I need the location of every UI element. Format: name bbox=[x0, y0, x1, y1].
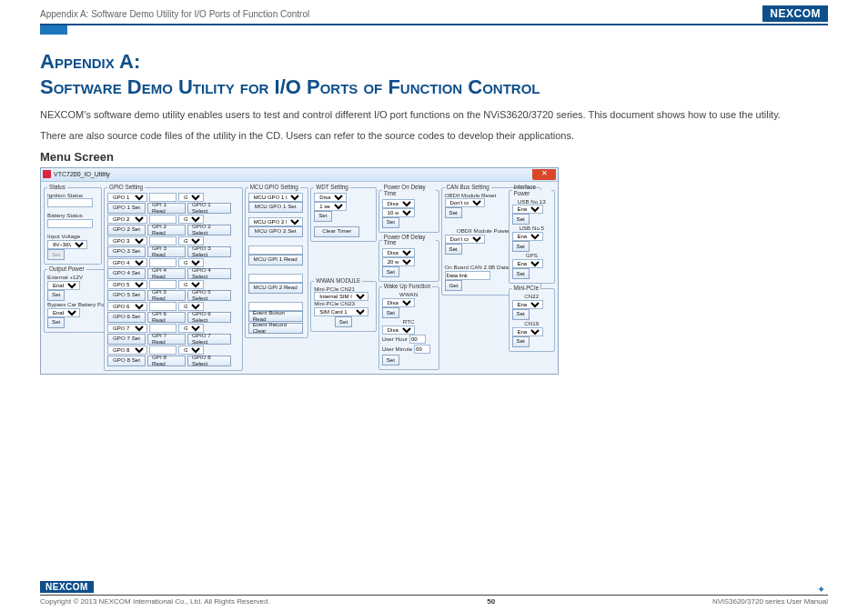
cn22-set-button[interactable]: Set bbox=[512, 309, 530, 320]
external-12v-set-button[interactable]: Set bbox=[47, 290, 65, 301]
gpo-4-select[interactable]: GPO 4 Low bbox=[107, 258, 147, 267]
user-hour-input[interactable] bbox=[409, 335, 426, 344]
mcu-gpi2-field[interactable] bbox=[248, 274, 303, 283]
mcu-gpo2-select[interactable]: MCU GPO 2 Low bbox=[248, 217, 303, 226]
usb13-set-button[interactable]: Set bbox=[512, 214, 530, 225]
gpo-1-set-button[interactable]: GPO 1 Set bbox=[107, 203, 146, 214]
cn23-select[interactable]: SIM Card 1 bbox=[314, 307, 368, 316]
gpio-6-select-button[interactable]: GPIO 6 Select bbox=[187, 312, 231, 323]
power-on-disable-select[interactable]: Disable bbox=[382, 199, 415, 208]
event-record-clear[interactable]: Event Record Clear bbox=[248, 323, 303, 334]
gpio-5-select-button[interactable]: GPIO 5 Select bbox=[187, 290, 231, 301]
gpo-6-set-button[interactable]: GPO 6 Set bbox=[107, 312, 146, 323]
wdt-disable-select[interactable]: Disable bbox=[314, 193, 347, 202]
gpio-8-select-button[interactable]: GPIO 8 Select bbox=[187, 356, 231, 366]
gpi-8-read-button[interactable]: GPI 8 Read bbox=[147, 356, 186, 366]
gpio-2-select-button[interactable]: GPIO 2 Select bbox=[187, 225, 231, 235]
gpo-7-select[interactable]: GPO 7 Low bbox=[107, 324, 147, 333]
bypass-battery-set-button[interactable]: Set bbox=[47, 317, 65, 328]
gpo-3-select[interactable]: GPO 3 Low bbox=[107, 236, 147, 245]
gpio-1-select-button[interactable]: GPIO 1 Select bbox=[187, 203, 231, 214]
wdt-set-button[interactable]: Set bbox=[314, 211, 331, 222]
gps-set-button[interactable]: Set bbox=[512, 268, 530, 279]
wwan-label: WWAN bbox=[382, 292, 436, 298]
cn21-label: Mini-PCIe CN21 bbox=[314, 286, 373, 293]
group-status: Status Ignition Status Battery Status In… bbox=[44, 185, 102, 265]
wwan-wake-select[interactable]: Disable bbox=[382, 298, 415, 307]
usb5-label: USB No.5 bbox=[512, 225, 552, 232]
close-button[interactable]: ✕ bbox=[532, 169, 556, 180]
rtc-wake-select[interactable]: Disable bbox=[382, 326, 415, 335]
gpi-3-read-button[interactable]: GPI 3 Read bbox=[147, 246, 186, 257]
power-off-disable-select[interactable]: Disable bbox=[382, 248, 415, 257]
power-on-set-button[interactable]: Set bbox=[382, 217, 399, 228]
gpo-5-set-button[interactable]: GPO 5 Set bbox=[107, 290, 146, 301]
status-legend: Status bbox=[47, 185, 67, 191]
input-voltage-select[interactable]: 9V~36V bbox=[47, 240, 87, 249]
gpo-5-select[interactable]: GPO 5 Low bbox=[107, 280, 147, 289]
external-12v-select[interactable]: Enable bbox=[47, 281, 80, 290]
mcu-gpo2-set-button[interactable]: MCU GPO 2 Set bbox=[248, 226, 303, 237]
rtc-label: RTC bbox=[382, 319, 436, 326]
ignition-status-field[interactable] bbox=[47, 198, 93, 207]
cn19-set-button[interactable]: Set bbox=[512, 336, 530, 347]
cn22-select[interactable]: Enable bbox=[512, 300, 543, 309]
mcu-gpi1-field[interactable] bbox=[248, 245, 303, 255]
obd2-reset-set-button[interactable]: Set bbox=[445, 207, 462, 218]
gps-select[interactable]: Enable bbox=[512, 259, 543, 268]
gpio-7-select-button[interactable]: GPIO 7 Select bbox=[187, 334, 231, 345]
can-link-get-button[interactable]: Get bbox=[445, 280, 463, 291]
status-set-button[interactable]: Set bbox=[47, 249, 65, 260]
gpo-2-select[interactable]: GPO 2 Low bbox=[107, 215, 147, 224]
gpi-6-read-button[interactable]: GPI 6 Read bbox=[147, 312, 186, 323]
power-off-time-select[interactable]: 20 sec bbox=[382, 257, 415, 266]
power-on-time-select[interactable]: 10 sec bbox=[382, 208, 415, 217]
battery-status-field[interactable] bbox=[47, 219, 93, 228]
usb13-select[interactable]: Enable bbox=[512, 205, 543, 214]
gpi-1-read-button[interactable]: GPI 1 Read bbox=[147, 203, 186, 214]
gpio-legend: GPIO Setting bbox=[107, 185, 145, 191]
gpo-1-select[interactable]: GPO 1 Low bbox=[107, 193, 147, 202]
obd2-reset-select[interactable]: Don't care bbox=[445, 198, 485, 207]
wwan-module-set-button[interactable]: Set bbox=[335, 316, 352, 327]
can-link-field[interactable] bbox=[445, 271, 490, 280]
gpi-5-read-button[interactable]: GPI 5 Read bbox=[147, 290, 186, 301]
gpo-8-select[interactable]: GPO 8 Low bbox=[107, 346, 147, 355]
mcu-gpo1-set-button[interactable]: MCU GPO 1 Set bbox=[248, 202, 303, 213]
manual-name: NViS3620/3720 series User Manual bbox=[712, 597, 828, 606]
usb5-select[interactable]: Enable bbox=[512, 232, 543, 241]
intro-paragraph-2: There are also source code files of the … bbox=[40, 129, 828, 143]
gpo-8-set-button[interactable]: GPO 8 Set bbox=[107, 356, 146, 366]
gpo-6-select[interactable]: GPO 6 Low bbox=[107, 302, 147, 311]
mcu-gpi2-read-button[interactable]: MCU GPI 2 Read bbox=[248, 283, 303, 294]
event-button-read[interactable]: Event Button Read bbox=[248, 311, 303, 322]
bypass-battery-select[interactable]: Enable bbox=[47, 308, 80, 317]
gpi-7-read-button[interactable]: GPI 7 Read bbox=[147, 334, 186, 345]
mcu-gpo1-select[interactable]: MCU GPO 1 Low bbox=[248, 193, 303, 202]
wdt-clear-timer-button[interactable]: Clear Timer bbox=[314, 226, 359, 237]
user-minute-input[interactable] bbox=[414, 345, 430, 354]
gpio-3-select-button[interactable]: GPIO 3 Select bbox=[187, 246, 231, 257]
gpi-2-read-button[interactable]: GPI 2 Read bbox=[147, 225, 186, 235]
cn19-select[interactable]: Enable bbox=[512, 327, 543, 336]
gpo-7-set-button[interactable]: GPO 7 Set bbox=[107, 334, 146, 345]
gpo-3-set-button[interactable]: GPO 3 Set bbox=[107, 246, 146, 257]
mcu-gpi1-read-button[interactable]: MCU GPI 1 Read bbox=[248, 255, 303, 265]
power-off-set-button[interactable]: Set bbox=[382, 266, 399, 277]
usb5-set-button[interactable]: Set bbox=[512, 241, 530, 252]
obd2-power-set-button[interactable]: Set bbox=[445, 244, 462, 255]
gpo-4-set-button[interactable]: GPO 4 Set bbox=[107, 268, 146, 279]
title-line-1: Appendix A: bbox=[40, 50, 140, 73]
interface-power-legend: Interface Power bbox=[512, 185, 552, 197]
wdt-time-select[interactable]: 1 sec bbox=[314, 202, 347, 211]
gpio-4-select-button[interactable]: GPIO 4 Select bbox=[187, 268, 231, 279]
wwan-wake-set-button[interactable]: Set bbox=[382, 307, 399, 318]
app-window: VTC7200_IO_Utility ✕ Status Ignition Sta… bbox=[40, 167, 559, 375]
page-number: 50 bbox=[487, 597, 495, 606]
obd2-power-select[interactable]: Don't care bbox=[445, 235, 485, 244]
gpi-4-read-button[interactable]: GPI 4 Read bbox=[147, 268, 186, 279]
gpo-2-set-button[interactable]: GPO 2 Set bbox=[107, 225, 146, 235]
wake-up-set-button[interactable]: Set bbox=[382, 355, 399, 366]
copyright: Copyright © 2013 NEXCOM International Co… bbox=[40, 597, 270, 606]
app-icon bbox=[43, 170, 51, 178]
